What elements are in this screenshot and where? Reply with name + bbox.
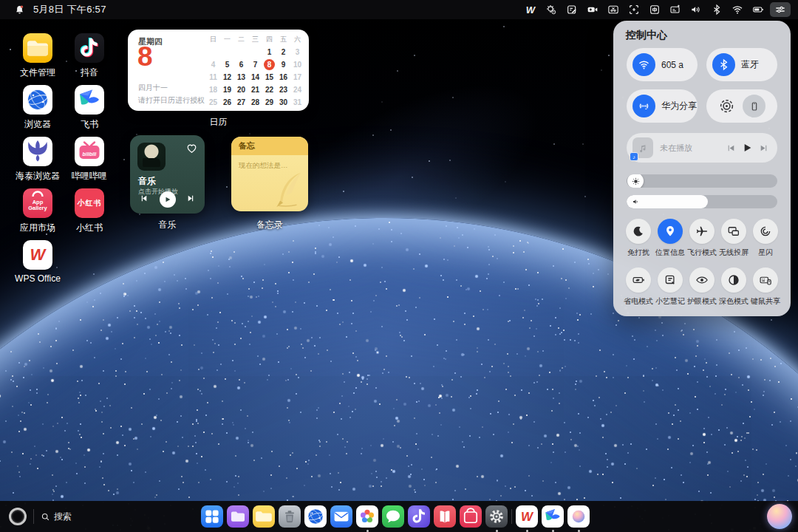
dock-settings[interactable] [485,505,508,528]
music-widget[interactable]: 音乐 点击开始播放 [130,135,205,214]
toggle-ai-notes[interactable]: 小艺慧记 [654,267,686,307]
nearlink-icon [753,219,778,244]
calendar-day: 4 [208,59,219,70]
bluetooth-tile[interactable]: 蓝牙 [706,48,777,81]
toggle-location[interactable]: 位置信息 [654,219,686,258]
wps-tray-icon[interactable]: W [522,2,539,17]
dock-mail[interactable] [330,505,352,528]
toggle-wireless-projection[interactable]: 无线投屏 [717,219,750,258]
calendar-day [222,47,233,58]
desktop-icon-label: 文件管理 [20,66,55,79]
toggle-nearlink[interactable]: 星闪 [749,219,782,258]
calendar-weekday-header: 六 [294,35,301,44]
calendar-day [208,47,219,58]
volume-speaker-icon [632,197,641,206]
calendar-widget[interactable]: 星期四 8 四月十一 请打开日历进行授权 日一二三四五六123456789101… [128,30,309,111]
toggle-do-not-disturb[interactable]: 免打扰 [622,219,655,258]
calendar-weekday-header: 二 [238,35,245,44]
super-device-tile[interactable] [706,89,777,123]
battery-tray-icon[interactable] [749,2,767,17]
desktop-icon-wps[interactable]: WWPS Office [11,240,64,284]
brightness-slider[interactable] [627,174,777,188]
toggle-label: 无线投屏 [719,248,748,258]
dock-messages[interactable] [382,505,404,528]
menubar: 5月8日 下午6:57 W [0,0,798,19]
toggle-label: 星闪 [758,248,773,258]
dock-wps[interactable]: W [516,505,538,528]
calendar-day [250,47,261,58]
media-play-button[interactable] [739,140,755,156]
toggle-keyboard-mouse-share[interactable]: 键鼠共享 [749,267,782,307]
desktop-icon-xiaohongshu[interactable]: 小红书小红书 [63,188,116,234]
huawei-share-icon [632,95,655,117]
menubar-datetime[interactable]: 5月8日 下午6:57 [33,3,106,16]
dock-books[interactable] [434,505,456,528]
bluetooth-tray-icon[interactable] [708,2,726,17]
dock-files[interactable] [227,505,249,528]
huawei-share-label: 华为分享 [661,100,697,112]
control-center-tray-icon[interactable] [770,2,791,17]
toggle-label: 护眼模式 [687,296,717,307]
dock-gallery[interactable] [356,505,378,528]
notification-bell-icon[interactable] [10,2,28,17]
celia-assistant-orb[interactable] [767,504,792,529]
desktop-icon-appgallery[interactable]: AppGallery应用市场 [11,188,64,234]
dock-trash[interactable] [279,505,301,528]
browser-app-icon [23,85,52,115]
desktop-icon-bilibili[interactable]: bilibili哔哩哔哩 [63,137,116,183]
calendar-permission-notice: 请打开日历进行授权 [138,95,205,106]
desktop-icon-browser[interactable]: 浏览器 [11,85,64,131]
input-method-tray-icon[interactable] [646,2,664,17]
dock-appgallery[interactable] [460,505,482,528]
dock-launcher[interactable] [201,505,223,528]
dock-browser[interactable] [304,505,327,528]
wifi-tile[interactable]: 605 a [627,48,698,81]
haitai-browser-app-icon [23,137,52,166]
desktop-icon-feishu[interactable]: 飞书 [63,85,116,131]
wifi-icon [632,53,655,76]
music-play-button[interactable] [160,191,176,208]
desktop-icon-file-manager[interactable]: 文件管理 [11,33,64,79]
music-next-button[interactable] [186,193,196,206]
media-prev-button[interactable] [723,140,739,156]
calendar-today: 8 [264,59,275,70]
memo-widget-label: 备忘录 [231,219,308,231]
toggle-dark-mode[interactable]: 深色模式 [717,267,750,307]
wifi-tray-icon[interactable] [729,2,746,17]
calendar-day: 18 [208,84,219,95]
screen-record-tray-icon[interactable] [584,2,601,17]
toggle-eye-comfort[interactable]: 护眼模式 [686,267,718,307]
dock-feishu[interactable] [542,505,564,528]
calendar-day: 30 [278,97,289,108]
desktop-icon-douyin[interactable]: 抖音 [63,33,116,79]
celia-ring-button[interactable] [9,508,27,525]
calendar-day: 29 [264,97,275,108]
calendar-day: 12 [222,72,233,83]
media-next-button[interactable] [755,140,771,156]
desktop-icon-haitai-browser[interactable]: 海泰浏览器 [11,137,64,183]
volume-tray-icon[interactable] [687,2,705,17]
toggle-airplane-mode[interactable]: 飞行模式 [686,219,718,258]
dock-celia[interactable] [567,505,590,528]
screen-clip-tray-icon[interactable] [625,2,643,17]
connected-phone-icon[interactable] [743,95,765,117]
douyin-app-icon [75,33,104,63]
bluetooth-icon [712,53,735,76]
dock-folder[interactable] [253,505,275,528]
screenshot-tray-icon[interactable] [604,2,622,17]
music-prev-button[interactable] [139,193,149,206]
sync-tray-icon[interactable] [542,2,560,17]
favorite-heart-icon[interactable] [185,142,198,154]
dock-music[interactable] [408,505,430,528]
extend-screen-tray-icon[interactable] [666,2,684,17]
notes-tray-icon[interactable] [563,2,581,17]
system-tray: W [522,2,791,17]
calendar-day: 25 [208,97,219,108]
huawei-share-tile[interactable]: 华为分享 [627,89,698,123]
volume-slider[interactable] [627,195,777,208]
calendar-weekday-header: 日 [210,35,216,44]
dock-divider [33,509,34,524]
toggle-power-saving[interactable]: 省电模式 [622,267,655,307]
dock-search[interactable]: 搜索 [41,511,72,523]
memo-widget[interactable]: 备忘 现在的想法是… [231,137,308,211]
